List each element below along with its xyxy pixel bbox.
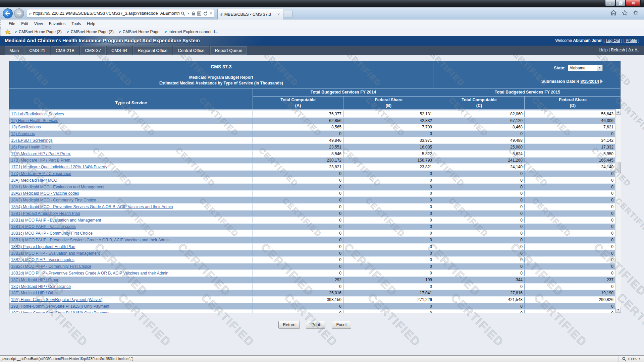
- service-line-link[interactable]: 18B1) Prepaid Ambulatory Health Plan: [11, 211, 80, 216]
- service-line-link[interactable]: 15) EPSDT Screenings: [11, 138, 53, 143]
- nav-tab-cms-64[interactable]: CMS-64: [107, 46, 132, 55]
- select-dropdown-icon[interactable]: ▼: [597, 65, 602, 71]
- menu-item-file[interactable]: File: [6, 21, 18, 27]
- scroll-down-icon[interactable]: ▼: [615, 307, 621, 313]
- minimize-button[interactable]: [605, 0, 615, 6]
- search-dropdown-icon[interactable]: ▼: [187, 12, 190, 15]
- page-content: CMS 37.3 Medicaid Program Budget Report …: [0, 55, 644, 355]
- home-icon[interactable]: [610, 10, 616, 15]
- favorite-item[interactable]: eInternet Explorer cannot d...: [164, 29, 218, 35]
- value-cell-c: 27,816: [434, 290, 524, 296]
- service-line-link[interactable]: 16) Rural Health Clinic: [11, 145, 51, 149]
- excel-button[interactable]: Excel: [332, 321, 351, 329]
- search-icon[interactable]: [181, 11, 185, 16]
- vertical-scrollbar[interactable]: ▲ ▼: [615, 109, 621, 313]
- value-cell-b: 0: [343, 217, 434, 223]
- service-line-link[interactable]: 18B2c) MCO PIHP - Community First Choice: [11, 264, 91, 269]
- nav-tab-report-queue[interactable]: Report Queue: [210, 46, 247, 55]
- refresh-icon[interactable]: [203, 11, 208, 16]
- new-tab-button[interactable]: [284, 10, 292, 17]
- service-line-link[interactable]: 18C) Medicaid HIP / Group: [11, 278, 59, 282]
- browser-tab[interactable]: e MBES/CBES - CMS 37.3 ×: [217, 9, 283, 19]
- menu-item-edit[interactable]: Edit: [18, 21, 31, 27]
- zoom-level: 100%: [628, 357, 637, 361]
- menu-item-view[interactable]: View: [31, 21, 46, 27]
- service-line-link[interactable]: 18E) Medicaid HIP / Other: [11, 291, 58, 295]
- add-favorite-icon[interactable]: [5, 29, 11, 35]
- favorite-item[interactable]: eCMSnet Home Page (2): [66, 29, 114, 35]
- maximize-button[interactable]: [615, 0, 626, 6]
- service-line-link[interactable]: 18B2a) MCO PIHP - Evaluation and Managem…: [11, 251, 100, 256]
- service-line-link[interactable]: 17C1) Medicare Qual Individuals 120%-134…: [11, 165, 107, 169]
- service-line-link[interactable]: 18B1b) MCO PAHP - Vaccine codes: [11, 224, 76, 229]
- ie-logo-icon: e: [164, 29, 169, 35]
- service-line-link[interactable]: 19C) Home-Comm Serv/State Pl 1915(j) Onl…: [11, 311, 109, 313]
- tab-close-icon[interactable]: ×: [276, 12, 281, 17]
- value-cell-c: 24,140: [434, 164, 524, 170]
- service-line-link[interactable]: 12) Home Health Services: [11, 118, 58, 123]
- service-line-link[interactable]: 18B1c) MCO PAHP - Community First Choice: [11, 231, 93, 236]
- nav-tab-cms-21b[interactable]: CMS-21B: [51, 46, 79, 55]
- scrollbar-thumb[interactable]: [616, 162, 621, 173]
- service-line-link[interactable]: 18A) Medicaid HIP / MCO: [11, 178, 57, 183]
- nav-tab-cms-37[interactable]: CMS-37: [80, 46, 106, 55]
- scroll-up-icon[interactable]: ▲: [615, 109, 621, 115]
- table-row: 17D) Medicare HIP / Coinsurance0000: [9, 171, 615, 177]
- service-line-link[interactable]: 18B1a) MCO PAHP - Evaluation and Managem…: [11, 218, 101, 223]
- service-line-link[interactable]: 18B2d) MCO PIHP - Preventive Services Gr…: [11, 271, 168, 276]
- service-line-link[interactable]: 18D) Medicaid HIP / Coinsurance: [11, 284, 71, 289]
- zoom-dropdown-icon[interactable]: ▼: [638, 358, 641, 360]
- address-bar[interactable]: e https://65.220.21.9/MBESCBES/CMS37/CMS…: [27, 9, 214, 18]
- ie-logo-icon: e: [66, 29, 71, 35]
- service-line-link[interactable]: 14) Abortions: [11, 131, 35, 136]
- compatibility-view-icon[interactable]: [197, 11, 201, 16]
- service-line-link[interactable]: 18A3) Medicaid MCO - Community First Cho…: [11, 198, 96, 202]
- favorite-item[interactable]: eCMSnet Home Page (3): [14, 29, 62, 35]
- url-text[interactable]: https://65.220.21.9/MBESCBES/CMS37/CMS37…: [33, 11, 179, 16]
- value-cell-d: 0: [524, 257, 615, 263]
- menu-item-tools[interactable]: Tools: [68, 21, 84, 27]
- menu-item-favorites[interactable]: Favorites: [46, 21, 68, 27]
- font-decrease-link[interactable]: A-: [635, 48, 639, 52]
- service-line-link[interactable]: 19B) Home-Comm Serv/State Pl 1915(i) Onl…: [11, 304, 109, 309]
- service-line-link[interactable]: 11) Lab/Radiological Services: [11, 112, 64, 116]
- previous-date-icon[interactable]: [577, 79, 579, 83]
- profile-link[interactable]: Profile: [626, 38, 637, 43]
- menu-item-help[interactable]: Help: [84, 21, 98, 27]
- zoom-control[interactable]: 100% ▼: [619, 356, 644, 362]
- stop-icon[interactable]: ×: [210, 11, 212, 16]
- service-line-link[interactable]: 18A2) Medicaid MCO - Vaccine codes: [11, 191, 79, 196]
- return-button[interactable]: Return: [278, 321, 300, 329]
- nav-tab-cms-21[interactable]: CMS-21: [24, 46, 50, 55]
- favorites-star-icon[interactable]: [622, 10, 628, 15]
- forward-button[interactable]: [14, 8, 24, 18]
- service-line-link[interactable]: 18B2) Prepaid Inpatient Health Plan: [11, 244, 75, 249]
- service-line-link[interactable]: 18A4) Medicaid MCO - Preventive Services…: [11, 204, 173, 209]
- next-date-icon[interactable]: [600, 79, 603, 83]
- service-line-link[interactable]: 19A) Home-Comm Serv/Regular Payment (Wai…: [11, 297, 102, 302]
- close-window-button[interactable]: [626, 0, 641, 6]
- service-line-link[interactable]: 13) Sterilizations: [11, 125, 41, 129]
- value-cell-d: 0: [524, 184, 615, 190]
- welcome-area: Welcome Abraham John! [ Log Out ] [ Prof…: [555, 38, 639, 43]
- nav-tab-central-office[interactable]: Central Office: [173, 46, 209, 55]
- service-line-link[interactable]: 17A) Medicare HIP / Part A Prem.: [11, 152, 71, 156]
- service-line-link[interactable]: 18A1) Medicaid MCO - Evaluation and Mana…: [11, 185, 104, 189]
- settings-gear-icon[interactable]: [633, 10, 639, 15]
- font-increase-link[interactable]: A+: [628, 47, 634, 52]
- service-line-link[interactable]: 17D) Medicare HIP / Coinsurance: [11, 171, 71, 176]
- logout-link[interactable]: Log Out: [606, 38, 620, 43]
- table-row: 19A) Home-Comm Serv/Regular Payment (Wai…: [9, 297, 615, 303]
- nav-tab-regional-office[interactable]: Regional Office: [133, 46, 172, 55]
- submission-date-link[interactable]: 8/15/2014: [580, 79, 599, 84]
- refresh-link[interactable]: Refresh: [611, 48, 625, 52]
- service-line-link[interactable]: 17B) Medicare HIP / Part B Prem.: [11, 158, 71, 163]
- favorite-item[interactable]: eCMSnet Home Page: [118, 29, 160, 35]
- print-button[interactable]: Print: [306, 321, 325, 329]
- help-link[interactable]: Help: [599, 48, 608, 52]
- service-line-link[interactable]: 18B2b) MCO PIHP - Vaccine codes: [11, 257, 74, 262]
- service-line-link[interactable]: 18B1d) MCO PAHP - Preventive Services Gr…: [11, 238, 170, 242]
- nav-tab-main[interactable]: Main: [5, 46, 23, 55]
- back-button[interactable]: [3, 8, 13, 18]
- state-select[interactable]: Alabama ▼: [568, 65, 603, 71]
